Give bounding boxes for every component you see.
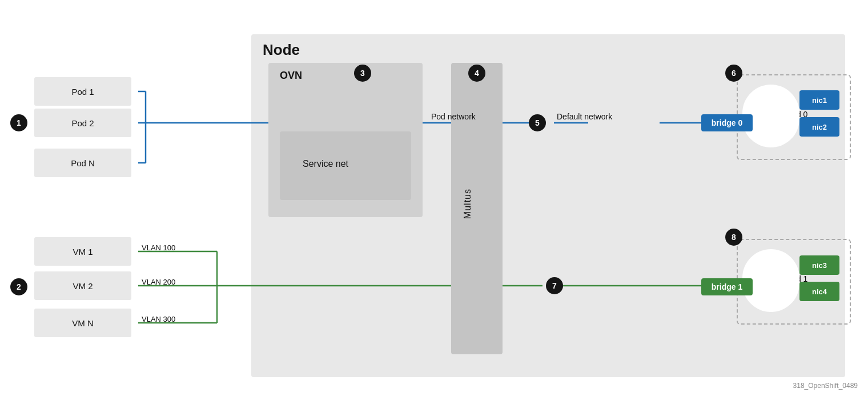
nic4-box: nic4 <box>799 282 839 301</box>
vlan100-label: VLAN 100 <box>142 243 175 252</box>
bridge0-button[interactable]: bridge 0 <box>701 114 753 131</box>
nic4-label: nic4 <box>812 287 827 296</box>
badge-5: 5 <box>529 114 546 131</box>
podn-label: Pod N <box>71 158 95 168</box>
badge-2: 2 <box>10 278 27 295</box>
badge-4: 4 <box>468 65 485 82</box>
nic1-box: nic1 <box>799 90 839 110</box>
badge-3: 3 <box>354 65 371 82</box>
pod2-box: Pod 2 <box>34 109 131 137</box>
bridge1-label: bridge 1 <box>712 282 742 291</box>
badge-7: 7 <box>546 277 563 294</box>
vmn-label: VM N <box>72 318 94 328</box>
badge-8: 8 <box>725 229 742 246</box>
bridge1-button[interactable]: bridge 1 <box>701 278 753 295</box>
nic2-box: nic2 <box>799 117 839 137</box>
diagram-container: Node OVN Service net Multus Pod 1 Pod 2 … <box>0 0 868 400</box>
service-net-label: Service net <box>303 159 348 169</box>
vlan300-label: VLAN 300 <box>142 315 175 323</box>
vmn-box: VM N <box>34 309 131 337</box>
pod-network-label: Pod network <box>431 112 476 121</box>
vm2-box: VM 2 <box>34 271 131 300</box>
pod2-label: Pod 2 <box>71 118 94 128</box>
multus-label: Multus <box>463 189 473 219</box>
vlan200-label: VLAN 200 <box>142 278 175 286</box>
nic3-label: nic3 <box>812 261 827 270</box>
vm2-label: VM 2 <box>73 281 93 291</box>
default-network-label: Default network <box>557 112 612 121</box>
node-label: Node <box>263 41 300 59</box>
pod1-box: Pod 1 <box>34 77 131 106</box>
nic3-box: nic3 <box>799 255 839 275</box>
ovn-label: OVN <box>280 70 302 82</box>
bridge0-label: bridge 0 <box>712 118 742 127</box>
badge-6: 6 <box>725 65 742 82</box>
pod1-label: Pod 1 <box>71 87 94 97</box>
multus-box <box>451 63 503 354</box>
watermark: 318_OpenShift_0489 <box>793 382 858 390</box>
podn-box: Pod N <box>34 149 131 177</box>
nic2-label: nic2 <box>812 123 827 131</box>
vm1-label: VM 1 <box>73 247 93 257</box>
vm1-box: VM 1 <box>34 237 131 266</box>
badge-1: 1 <box>10 114 27 131</box>
nic1-label: nic1 <box>812 96 827 105</box>
